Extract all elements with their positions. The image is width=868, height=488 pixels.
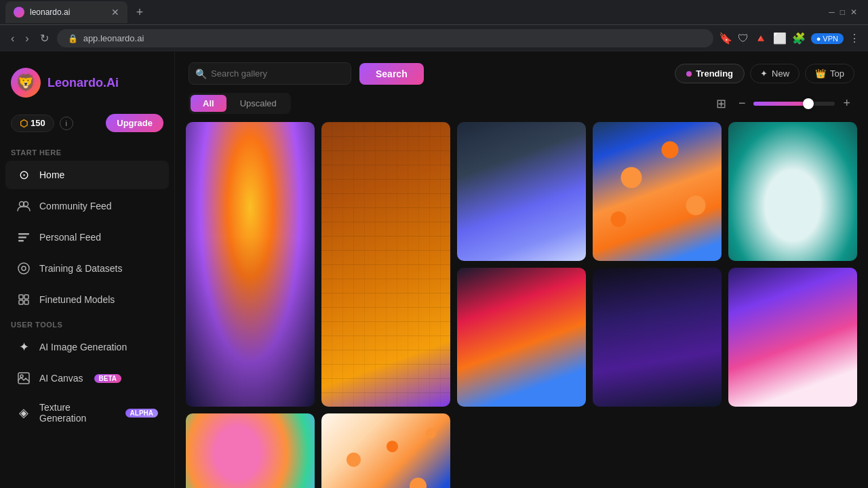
filter-right: ⊞ − +: [713, 94, 854, 114]
upgrade-button[interactable]: Upgrade: [106, 114, 163, 132]
sidebar-item-training[interactable]: Training & Datasets: [5, 254, 169, 283]
gallery-item-hieroglyphs[interactable]: ⊞ ⊘ ⤢: [321, 122, 450, 407]
gallery-item-colorful-girl[interactable]: ⊞ ⊘ ⤢: [186, 413, 315, 488]
tab-close-button[interactable]: ✕: [111, 7, 119, 18]
gallery-item-anime-girl[interactable]: ⊞ ⊘ ⤢: [457, 268, 586, 407]
sidebar-item-finetuned[interactable]: Finetuned Models: [5, 285, 169, 314]
colorful-girl-action-3[interactable]: ⤢: [288, 419, 309, 441]
warrior-action-3[interactable]: ⤢: [559, 127, 580, 149]
warrior-action-2[interactable]: ⊘: [533, 127, 555, 149]
flowers-action-3[interactable]: ⤢: [694, 127, 716, 149]
sidebar-item-community-feed[interactable]: Community Feed: [5, 192, 169, 220]
pink-hair-action-1[interactable]: ⊞: [778, 273, 800, 295]
zoom-out-button[interactable]: −: [734, 95, 750, 112]
koala-action-2[interactable]: ⊘: [830, 127, 852, 149]
lion-image: [186, 122, 315, 407]
flowers-action-1[interactable]: ⊞: [643, 127, 665, 149]
frame-icon[interactable]: ⬜: [773, 32, 787, 45]
zoom-slider[interactable]: [753, 102, 835, 106]
orange-flowers-action-2[interactable]: ⊘: [423, 419, 445, 441]
sidebar-item-training-label: Training & Datasets: [39, 263, 122, 274]
browser-chrome: leonardo.ai ✕ + ─ □ ✕ ‹ › ↻ 🔒 app.leonar…: [0, 0, 868, 52]
filter-upscaled-tab[interactable]: Upscaled: [228, 95, 289, 112]
flowers-action-2[interactable]: ⊘: [669, 127, 690, 149]
pink-hair-action-2[interactable]: ⊘: [804, 273, 826, 295]
address-input[interactable]: 🔒 app.leonardo.ai: [57, 29, 713, 47]
top-button[interactable]: 👑 Top: [805, 64, 854, 83]
anime-girl-action-2[interactable]: ⊘: [533, 273, 555, 295]
hieroglyphs-action-3[interactable]: ⤢: [423, 127, 445, 149]
gallery-item-orange-flowers[interactable]: ⊞ ⊘: [321, 413, 450, 488]
menu-icon[interactable]: ⋮: [849, 32, 860, 45]
sidebar: 🦁 Leonardo.Ai ⬡ 150 i Upgrade Start Here…: [0, 52, 175, 488]
tab-favicon: [14, 7, 24, 18]
gallery-item-lion[interactable]: ⊞: [186, 122, 315, 407]
sidebar-item-ai-canvas[interactable]: AI Canvas BETA: [5, 364, 169, 392]
dark-woman-action-1[interactable]: ⊘: [669, 273, 690, 295]
top-label: Top: [830, 68, 844, 79]
hieroglyphs-action-2[interactable]: ⊘: [397, 127, 419, 149]
vpn-badge: ● VPN: [811, 33, 844, 44]
close-button[interactable]: ✕: [850, 7, 857, 17]
sidebar-item-personal-feed[interactable]: Personal Feed: [5, 223, 169, 251]
zoom-slider-wrap: − +: [734, 95, 854, 112]
training-icon: [16, 261, 31, 276]
sidebar-item-home[interactable]: ⊙ Home: [5, 161, 169, 189]
active-tab[interactable]: leonardo.ai ✕: [5, 1, 127, 23]
beta-badge: BETA: [94, 374, 121, 383]
svg-rect-3: [18, 237, 26, 239]
sidebar-item-texture[interactable]: ◈ Texture Generation ALPHA: [5, 395, 169, 430]
home-icon: ⊙: [16, 167, 31, 182]
filter-all-tab[interactable]: All: [191, 95, 226, 112]
maximize-button[interactable]: □: [840, 7, 845, 17]
search-input[interactable]: [189, 62, 351, 85]
new-button[interactable]: ✦ New: [750, 64, 800, 83]
sidebar-logo[interactable]: 🦁 Leonardo.Ai: [0, 62, 174, 111]
toolbar: 🔍 Search Trending ✦ New 👑 Top: [175, 52, 868, 93]
logo-avatar: 🦁: [11, 68, 41, 98]
personal-feed-icon: [16, 230, 31, 245]
zoom-in-button[interactable]: +: [839, 95, 854, 112]
profile-icon[interactable]: 🔺: [754, 32, 768, 45]
gallery-item-flowers[interactable]: ⊞ ⊘ ⤢: [593, 122, 722, 261]
svg-rect-8: [24, 295, 28, 299]
grid-view-button[interactable]: ⊞: [713, 94, 729, 114]
colorful-girl-action-1[interactable]: ⊞: [236, 419, 258, 441]
gallery-item-koala[interactable]: ⊞ ⊘: [728, 122, 857, 261]
extensions2-icon[interactable]: 🧩: [792, 32, 806, 45]
toolbar-right: Trending ✦ New 👑 Top: [675, 64, 854, 83]
colorful-girl-action-2[interactable]: ⊘: [262, 419, 283, 441]
hieroglyphs-action-1[interactable]: ⊞: [372, 127, 393, 149]
svg-rect-7: [19, 295, 23, 299]
main-content: 🔍 Search Trending ✦ New 👑 Top: [175, 52, 868, 488]
gallery-item-pink-hair[interactable]: ⊞ ⊘ ⤢: [728, 268, 857, 407]
orange-flowers-action-1[interactable]: ⊞: [397, 419, 419, 441]
koala-action-1[interactable]: ⊞: [804, 127, 826, 149]
alpha-badge: ALPHA: [125, 409, 158, 418]
extensions-icon[interactable]: 🛡: [738, 33, 749, 45]
svg-rect-10: [24, 300, 28, 304]
new-tab-button[interactable]: +: [130, 3, 149, 22]
gallery-container[interactable]: ⊞ ⊞ ⊘ ⤢: [175, 122, 868, 488]
warrior-action-1[interactable]: ⊞: [507, 127, 529, 149]
anime-girl-action-1[interactable]: ⊞: [507, 273, 529, 295]
gallery-item-warrior[interactable]: ⊞ ⊘ ⤢: [457, 122, 586, 261]
search-button[interactable]: Search: [359, 63, 424, 85]
anime-girl-action-3[interactable]: ⤢: [559, 273, 580, 295]
trending-dot: [686, 71, 692, 77]
credits-icon: ⬡: [20, 118, 28, 129]
bookmark-icon[interactable]: 🔖: [719, 32, 732, 45]
minimize-button[interactable]: ─: [829, 7, 835, 17]
dark-woman-action-2[interactable]: ⤢: [694, 273, 716, 295]
back-button[interactable]: ‹: [8, 30, 17, 47]
gallery-item-dark-woman[interactable]: ⊘ ⤢: [593, 268, 722, 407]
forward-button[interactable]: ›: [22, 30, 31, 47]
sidebar-item-ai-image[interactable]: ✦ AI Image Generation: [5, 333, 169, 361]
tab-bar: leonardo.ai ✕ + ─ □ ✕: [0, 0, 868, 24]
trending-button[interactable]: Trending: [675, 64, 745, 83]
tab-title: leonardo.ai: [30, 7, 70, 17]
lion-action-1[interactable]: ⊞: [288, 127, 309, 149]
info-icon[interactable]: i: [60, 117, 73, 130]
pink-hair-action-3[interactable]: ⤢: [830, 273, 852, 295]
reload-button[interactable]: ↻: [37, 29, 52, 47]
